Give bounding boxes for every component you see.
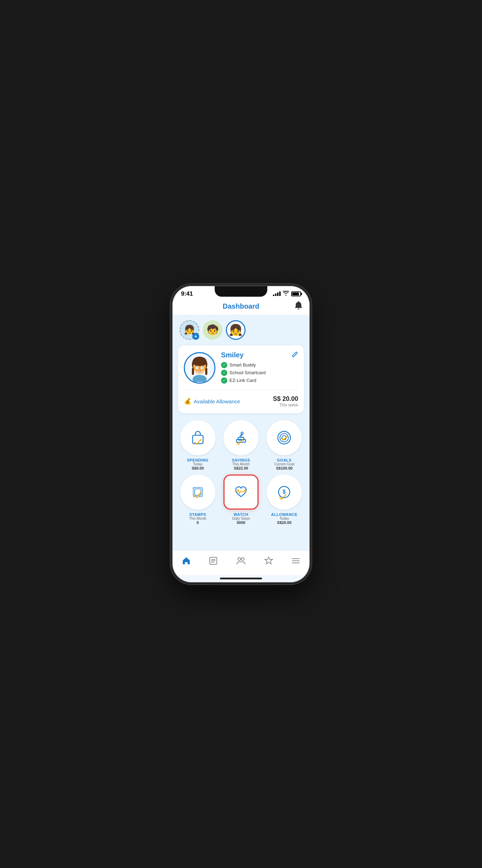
app-header: Dashboard bbox=[173, 300, 309, 315]
family-icon bbox=[236, 556, 246, 565]
badge-ezlink: ✓ EZ-Link Card bbox=[221, 377, 298, 384]
watch-sublabel: Daily Steps bbox=[232, 517, 250, 520]
savings-value: S$22.00 bbox=[234, 466, 248, 470]
stamps-card[interactable]: STAMPS This Month 0 bbox=[178, 475, 217, 525]
svg-rect-4 bbox=[205, 368, 207, 375]
profile-name-row: Smiley bbox=[221, 351, 298, 359]
goals-card[interactable]: GOALS Current Goal S$100.00 bbox=[265, 420, 304, 470]
allowance-stat-value: S$20.00 bbox=[277, 520, 292, 525]
spending-label: SPENDING bbox=[187, 458, 208, 462]
home-icon bbox=[182, 556, 191, 565]
badge-smart-buddy: ✓ Smart Buddy bbox=[221, 362, 298, 368]
allowance-period: This week bbox=[273, 403, 298, 408]
edit-profile-button[interactable] bbox=[292, 351, 298, 359]
watch-card[interactable]: WATCH Daily Steps 5000 bbox=[221, 475, 260, 525]
notch bbox=[215, 286, 267, 297]
status-icons bbox=[273, 291, 301, 297]
allowance-values: S$ 20.00 This week bbox=[273, 395, 298, 408]
phone-frame: 9:41 bbox=[173, 286, 309, 582]
profile-name: Smiley bbox=[221, 351, 243, 359]
allowance-amount: S$ 20.00 bbox=[273, 395, 298, 403]
child-avatar-smiley[interactable]: 👧 bbox=[226, 320, 246, 340]
status-time: 9:41 bbox=[181, 290, 193, 297]
svg-point-28 bbox=[241, 558, 244, 560]
svg-marker-29 bbox=[265, 557, 273, 564]
allowance-stat-card[interactable]: $ ALLOWANCE Today S$20.00 bbox=[265, 475, 304, 525]
spending-card[interactable]: SPENDING Today S$0.00 bbox=[178, 420, 217, 470]
svg-point-7 bbox=[200, 365, 205, 370]
allowance-stat-sublabel: Today bbox=[280, 517, 289, 520]
savings-label: SAVINGS bbox=[232, 458, 250, 462]
check-icon-2: ✓ bbox=[221, 370, 227, 376]
main-content: 👧 + 🧒 👧 bbox=[173, 315, 309, 550]
watch-label: WATCH bbox=[234, 512, 248, 517]
signal-bar-3 bbox=[277, 292, 279, 296]
svg-rect-12 bbox=[193, 435, 203, 444]
profile-card: Smiley ✓ Smart Buddy ✓ bbox=[178, 345, 304, 413]
svg-point-6 bbox=[195, 365, 200, 370]
svg-rect-20 bbox=[195, 489, 201, 495]
signal-bars-icon bbox=[273, 291, 281, 296]
notifications-button[interactable] bbox=[295, 301, 302, 311]
signal-bar-4 bbox=[279, 291, 281, 296]
money-bag-icon: 💰 bbox=[184, 397, 192, 405]
nav-home[interactable] bbox=[178, 555, 195, 567]
allowance-stat-label: ALLOWANCE bbox=[271, 512, 297, 517]
wifi-icon bbox=[283, 291, 289, 297]
goals-label: GOALS bbox=[277, 458, 292, 462]
savings-sublabel: This Month bbox=[232, 462, 249, 466]
spending-value: S$0.00 bbox=[192, 466, 204, 470]
screen: 9:41 bbox=[173, 286, 309, 582]
nav-family[interactable] bbox=[232, 555, 250, 567]
stats-grid: SPENDING Today S$0.00 bbox=[173, 416, 309, 529]
svg-text:$: $ bbox=[283, 489, 286, 495]
profile-top: Smiley ✓ Smart Buddy ✓ bbox=[184, 351, 298, 390]
svg-point-15 bbox=[241, 432, 243, 434]
nav-menu[interactable] bbox=[287, 555, 304, 567]
bottom-nav bbox=[173, 550, 309, 575]
stamps-sublabel: This Month bbox=[189, 517, 206, 520]
watch-value: 5000 bbox=[237, 520, 245, 525]
avatar-row: 👧 + 🧒 👧 bbox=[173, 315, 309, 343]
nav-activity[interactable] bbox=[205, 555, 222, 567]
child-avatar-1[interactable]: 🧒 bbox=[203, 320, 222, 340]
check-icon: ✓ bbox=[221, 362, 227, 368]
allowance-label: 💰 Available Allowance bbox=[184, 397, 240, 405]
profile-info: Smiley ✓ Smart Buddy ✓ bbox=[221, 351, 298, 385]
goals-sublabel: Current Goal bbox=[274, 462, 294, 466]
battery-icon bbox=[291, 291, 301, 296]
menu-icon bbox=[291, 556, 300, 565]
home-indicator bbox=[173, 575, 309, 582]
signal-bar-1 bbox=[273, 295, 274, 296]
signal-bar-2 bbox=[275, 294, 276, 296]
check-icon-3: ✓ bbox=[221, 377, 227, 384]
svg-point-5 bbox=[193, 375, 207, 382]
svg-point-27 bbox=[238, 558, 241, 560]
goals-value: S$100.00 bbox=[276, 466, 293, 470]
svg-point-2 bbox=[193, 357, 207, 366]
page-title: Dashboard bbox=[223, 302, 259, 310]
star-icon bbox=[264, 556, 273, 565]
svg-rect-3 bbox=[192, 368, 194, 375]
spending-sublabel: Today bbox=[193, 462, 202, 466]
stamps-value: 0 bbox=[197, 520, 199, 525]
nav-rewards[interactable] bbox=[260, 555, 277, 567]
add-icon: + bbox=[192, 333, 199, 340]
allowance-row[interactable]: 💰 Available Allowance S$ 20.00 This week bbox=[184, 395, 298, 408]
stamps-label: STAMPS bbox=[189, 512, 206, 517]
badge-school-smartcard: ✓ School Smartcard bbox=[221, 370, 298, 376]
profile-avatar bbox=[184, 352, 215, 384]
activity-icon bbox=[209, 556, 218, 565]
home-bar bbox=[220, 578, 262, 579]
add-child-button[interactable]: 👧 + bbox=[180, 320, 199, 340]
svg-point-11 bbox=[199, 369, 200, 370]
savings-card[interactable]: SAVINGS This Month S$22.00 bbox=[221, 420, 260, 470]
